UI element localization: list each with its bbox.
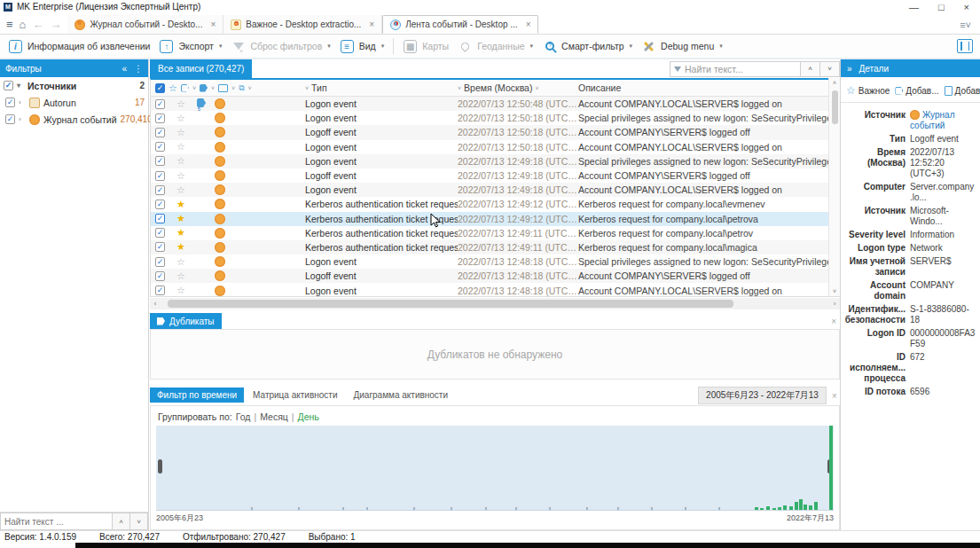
sidebar-item-журнал-событий[interactable]: ✓›Журнал событий270,410 [0, 111, 148, 128]
star-column-icon[interactable]: ☆ [169, 82, 177, 94]
hscroll-thumb[interactable] [168, 300, 733, 308]
row-checkbox[interactable]: ✓ [155, 214, 165, 223]
table-vertical-scrollbar[interactable]: ˄ ˅ [828, 78, 840, 296]
group-option-1[interactable]: Год [236, 411, 251, 422]
table-row[interactable]: ✓☆Logoff event2022/07/13 12:50:18 (UTC+3… [151, 125, 839, 139]
tab-2[interactable]: Важное - Desktop extractio...× [223, 15, 382, 34]
sidebar-search-next-icon[interactable]: ˅ [130, 513, 148, 530]
table-row[interactable]: ✓★Kerberos authentication ticket request… [151, 240, 839, 254]
tag-filter-dropdown-icon[interactable]: ˅ [192, 85, 196, 91]
row-star-icon[interactable]: ★ [172, 227, 190, 239]
table-row[interactable]: ✓☆Logon event2022/07/13 12:48:18 (UTC+3)… [151, 254, 839, 269]
close-button[interactable]: × [964, 2, 969, 12]
group-option-2[interactable]: Месяц [260, 411, 288, 422]
twisty-icon[interactable]: › [19, 115, 26, 123]
records-search-box[interactable]: Найти текст... [670, 61, 801, 77]
maximize-button[interactable]: □ [938, 2, 945, 12]
row-star-icon[interactable]: ☆ [172, 141, 190, 153]
row-star-icon[interactable]: ★ [172, 213, 190, 224]
row-checkbox[interactable]: ✓ [155, 271, 165, 281]
forward-icon[interactable]: → [50, 18, 61, 31]
image-filter-dropdown-icon[interactable]: ˅ [231, 85, 235, 91]
tab-duplicates[interactable]: Дубликаты [150, 313, 222, 329]
sidebar-search-input[interactable] [0, 513, 113, 530]
tab-close-icon[interactable]: × [526, 20, 531, 29]
table-row[interactable]: ✓☆Logon event2022/07/13 12:50:18 (UTC+3)… [151, 111, 839, 125]
vscroll-thumb[interactable] [832, 90, 838, 124]
checkbox[interactable]: ✓ [5, 98, 15, 107]
scroll-up-icon[interactable]: ˄ [833, 80, 836, 86]
tag2-column-icon[interactable] [200, 84, 208, 92]
home-icon[interactable]: ⌂ [20, 18, 27, 31]
search-prev-button[interactable]: ˄ [801, 61, 820, 77]
collapse-panel-icon[interactable]: « [122, 64, 127, 74]
image-column-icon[interactable] [218, 84, 228, 92]
tab-overflow-icon[interactable]: ≡˅ [951, 20, 980, 34]
sidebar-item-источники[interactable]: ✓▾Источники2 [0, 77, 148, 94]
row-star-icon[interactable]: ★ [172, 241, 190, 253]
row-checkbox[interactable]: ✓ [155, 142, 165, 152]
dropdown-arrow-icon[interactable]: ▾ [219, 43, 223, 50]
twisty-icon[interactable]: › [19, 98, 26, 106]
row-checkbox[interactable]: ✓ [155, 242, 165, 252]
sidebar-item-autorun[interactable]: ✓›Autorun17 [0, 94, 148, 111]
timefilter-tab[interactable]: Фильтр по времени [150, 388, 244, 403]
row-checkbox[interactable]: ✓ [155, 257, 165, 267]
row-checkbox[interactable]: ✓ [155, 156, 165, 166]
column-type[interactable]: Тип [311, 82, 327, 93]
table-row[interactable]: ✓☆Logon event2022/07/13 12:48:18 (UTC+3)… [151, 283, 839, 297]
dropdown-arrow-icon[interactable]: ▾ [719, 43, 723, 50]
time-histogram[interactable] [156, 426, 834, 511]
dropdown-arrow-icon[interactable]: ▾ [530, 43, 534, 50]
checkbox[interactable]: ✓ [4, 81, 13, 90]
row-checkbox[interactable]: ✓ [155, 171, 165, 181]
row-checkbox[interactable]: ✓ [155, 200, 165, 209]
dropdown-arrow-icon[interactable]: ▾ [630, 43, 633, 50]
row-star-icon[interactable]: ☆ [172, 256, 190, 268]
link-column-icon[interactable]: ⧉ [239, 83, 244, 93]
tab-1[interactable]: Журнал событий - Deskto...× [67, 15, 223, 34]
panel-menu-icon[interactable]: ⋮ [134, 64, 143, 74]
date-range-box[interactable]: 2005年6月23 - 2022年7月13 [698, 387, 827, 404]
tab-all-records[interactable]: Все записи (270,427) [150, 59, 252, 78]
duplicates-close-icon[interactable]: × [831, 317, 840, 326]
row-star-icon[interactable]: ☆ [172, 127, 190, 138]
expand-panel-icon[interactable]: » [847, 64, 852, 74]
scroll-left-icon[interactable]: ‹ [150, 300, 161, 308]
row-checkbox[interactable]: ✓ [155, 114, 165, 123]
toolbar-geodata-button[interactable]: Геоданные▾ [453, 36, 537, 57]
table-row[interactable]: ✓☆Logon event2022/07/13 12:50:18 (UTC+3)… [151, 140, 839, 154]
type-filter-dropdown-icon[interactable]: ˅ [305, 85, 309, 91]
toolbar-view-button[interactable]: ≡Вид▾ [335, 36, 389, 57]
details-action-3[interactable]: Добав... [943, 86, 980, 96]
row-star-icon[interactable]: ☆ [172, 155, 190, 167]
table-row[interactable]: ✓☆Logoff event2022/07/13 12:48:18 (UTC+3… [151, 269, 839, 283]
toolbar-export-button[interactable]: ↑Экспорт▾ [154, 36, 226, 57]
row-checkbox[interactable]: ✓ [155, 185, 165, 195]
field-value[interactable]: Журнал событий [910, 110, 976, 131]
table-row[interactable]: ✓★Kerberos authentication ticket request… [151, 212, 839, 226]
search-next-button[interactable]: ˅ [820, 61, 840, 77]
minimize-button[interactable]: — [909, 2, 919, 12]
toolbar-debug-button[interactable]: Debug menu▾ [637, 36, 727, 57]
select-all-checkbox[interactable]: ✓ [155, 83, 165, 93]
table-row[interactable]: ✓☆Logon event2022/07/13 12:49:18 (UTC+3)… [151, 183, 839, 197]
tag-column-icon[interactable] [181, 84, 189, 92]
table-row[interactable]: ✓☆Logon event2022/07/13 12:49:18 (UTC+3)… [151, 154, 839, 168]
scroll-right-icon[interactable]: › [829, 300, 840, 308]
layout-panels-icon[interactable] [957, 39, 973, 53]
toolbar-reset-filters-button[interactable]: Сброс фильтров▾ [226, 36, 334, 57]
toolbar-smart-filter-button[interactable]: Смарт-фильтр▾ [537, 36, 637, 57]
time-filter-dropdown-icon[interactable]: ˅ [458, 85, 461, 91]
table-row[interactable]: ✓☆5Logon event2022/07/13 12:50:48 (UTC+3… [151, 97, 839, 111]
tab-close-icon[interactable]: × [369, 20, 374, 29]
row-star-icon[interactable]: ☆ [172, 270, 190, 282]
twisty-icon[interactable]: ▾ [17, 82, 24, 90]
timefilter-tab[interactable]: Диаграмма активности [346, 388, 455, 403]
column-desc[interactable]: Описание [578, 82, 621, 93]
row-star-icon[interactable]: ☆ [172, 98, 190, 110]
dropdown-arrow-icon[interactable]: ▾ [327, 43, 331, 50]
scroll-down-icon[interactable]: ˅ [833, 288, 836, 294]
group-option-3[interactable]: День [298, 411, 319, 422]
toolbar-maps-button[interactable]: ▦Карты [398, 36, 453, 57]
